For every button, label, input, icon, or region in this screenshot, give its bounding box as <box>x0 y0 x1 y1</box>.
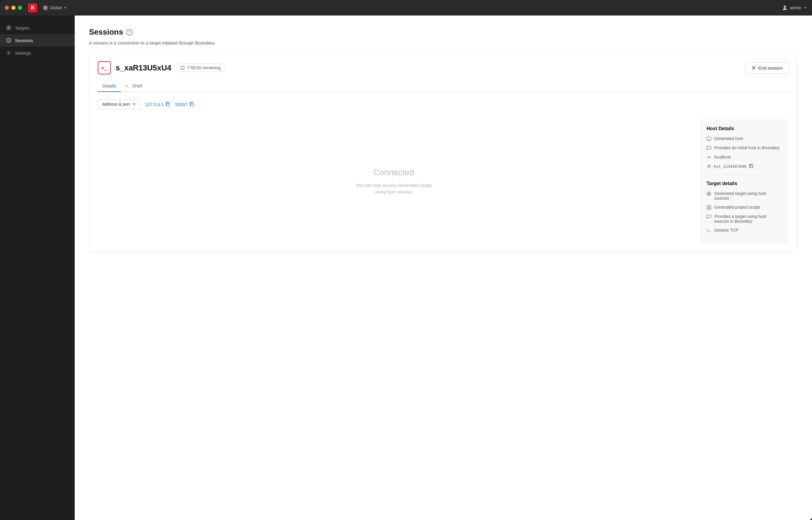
close-button[interactable] <box>5 6 9 10</box>
svg-rect-15 <box>707 208 709 210</box>
host-detail-item-3: localhost <box>707 155 782 160</box>
timer-circle-icon <box>180 66 184 70</box>
connected-title: Connected <box>373 168 414 177</box>
content-area: Sessions ? A session is a connection to … <box>75 16 812 520</box>
page-title: Sessions <box>89 27 123 37</box>
timer-value: 7:59:20 remaining <box>187 66 220 70</box>
maximize-button[interactable] <box>18 6 22 10</box>
sidebar-item-settings[interactable]: Settings <box>0 47 75 59</box>
session-card: >_ s_xaR13U5xU4 7:59:20 remaining End se… <box>89 54 798 252</box>
svg-rect-16 <box>710 208 711 210</box>
chevron-down-icon <box>63 6 67 9</box>
host-item-2-label: Provides an initial host in Boundary <box>714 146 780 150</box>
help-icon[interactable]: ? <box>126 29 133 35</box>
x-icon <box>752 66 756 70</box>
svg-rect-13 <box>707 206 709 207</box>
target-detail-item-3: Provides a target using host sources in … <box>707 214 782 224</box>
host-item-1-label: Generated host <box>714 136 743 141</box>
target-circle-icon <box>707 191 711 196</box>
copy-port-icon[interactable] <box>190 102 194 107</box>
global-selector[interactable]: Global <box>43 5 67 10</box>
sidebar: Targets Sessions Settings <box>0 16 75 520</box>
monitor-icon <box>707 136 711 141</box>
target-item-3-label: Provides a target using host sources in … <box>714 214 782 224</box>
user-menu[interactable]: admin <box>782 5 807 10</box>
sessions-icon <box>6 37 11 43</box>
host-id-row: hst_1234567890 <box>707 164 782 168</box>
minimize-button[interactable] <box>11 6 16 10</box>
svg-rect-14 <box>710 206 711 207</box>
session-header: >_ s_xaR13U5xU4 7:59:20 remaining End se… <box>98 61 789 74</box>
target-item-2-label: Generated project scope <box>714 205 760 210</box>
svg-rect-7 <box>191 103 193 106</box>
tab-details[interactable]: Details <box>98 80 121 92</box>
copy-host-id-icon[interactable] <box>749 164 754 168</box>
host-item-3-label: localhost <box>714 155 731 159</box>
user-icon <box>782 5 788 10</box>
grid-icon <box>707 205 711 210</box>
end-session-button[interactable]: End session <box>745 62 789 74</box>
target-icon <box>6 25 11 30</box>
content-row: Connected You can now access Generated t… <box>98 119 789 244</box>
tab-shell-label: Shell <box>132 83 142 88</box>
host-detail-item-1: Generated host <box>707 136 782 141</box>
traffic-lights <box>5 6 22 10</box>
address-value[interactable]: 127.0.0.1 <box>145 102 171 107</box>
svg-rect-6 <box>167 103 169 106</box>
target-details-title: Target details <box>707 181 782 186</box>
target-item-4-label: Generic TCP <box>714 228 739 233</box>
target-detail-item-1: Generated target using host sources <box>707 191 782 201</box>
tab-details-label: Details <box>102 83 116 88</box>
user-label: admin <box>790 5 801 10</box>
page-subtitle: A session is a connection to a target in… <box>89 40 798 45</box>
target-item-1-label: Generated target using host sources <box>714 191 782 201</box>
speech-bubble-icon-2 <box>707 214 711 219</box>
svg-rect-9 <box>750 165 753 168</box>
sidebar-sessions-label: Sessions <box>15 38 33 43</box>
tab-shell[interactable]: >_ Shell <box>121 80 147 92</box>
end-session-label: End session <box>758 66 783 71</box>
sidebar-targets-label: Targets <box>15 25 30 30</box>
svg-point-12 <box>709 193 709 194</box>
connected-description: You can now access Generated target usin… <box>356 182 432 196</box>
address-port-row: Address & port 127.0.0.1 53357 <box>98 99 789 109</box>
speech-bubble-icon <box>707 146 711 151</box>
target-detail-item-2: Generated project scope <box>707 205 782 210</box>
user-chevron-icon <box>804 6 807 9</box>
target-detail-item-4: Generic TCP <box>707 228 782 233</box>
sidebar-item-sessions[interactable]: Sessions <box>0 34 75 47</box>
svg-point-5 <box>8 52 9 54</box>
session-type-icon: >_ <box>98 61 111 74</box>
terminal-icon <box>707 228 711 233</box>
connected-section: Connected You can now access Generated t… <box>98 119 690 244</box>
globe-icon <box>43 5 48 10</box>
port-number: 53357 <box>175 102 188 107</box>
side-panel: Host Details Generated host <box>699 119 789 244</box>
host-id-value: hst_1234567890 <box>714 164 746 168</box>
session-id: s_xaR13U5xU4 <box>116 63 171 73</box>
sidebar-item-targets[interactable]: Targets <box>0 22 75 34</box>
titlebar: B Global admin <box>0 0 812 16</box>
svg-rect-8 <box>707 137 711 140</box>
ip-address: 127.0.0.1 <box>145 102 164 107</box>
brand-logo: B <box>28 3 37 12</box>
hash-icon <box>707 164 711 168</box>
arrows-icon <box>707 155 711 160</box>
panel-divider <box>707 175 782 175</box>
host-details-title: Host Details <box>707 126 782 131</box>
page-header: Sessions ? <box>89 27 798 37</box>
main-layout: Targets Sessions Settings Sessi <box>0 16 812 520</box>
dropdown-chevron-icon <box>132 102 136 106</box>
svg-point-3 <box>8 27 9 28</box>
address-port-label: Address & port <box>102 102 130 107</box>
copy-address-icon[interactable] <box>166 102 170 107</box>
settings-icon <box>6 50 11 55</box>
sidebar-settings-label: Settings <box>15 50 31 55</box>
port-value[interactable]: 53357 <box>175 102 194 107</box>
session-tabs: Details >_ Shell <box>98 80 789 92</box>
session-timer: 7:59:20 remaining <box>176 63 225 72</box>
host-detail-item-2: Provides an initial host in Boundary <box>707 146 782 151</box>
address-port-dropdown[interactable]: Address & port <box>98 99 141 109</box>
global-label: Global <box>50 5 61 10</box>
